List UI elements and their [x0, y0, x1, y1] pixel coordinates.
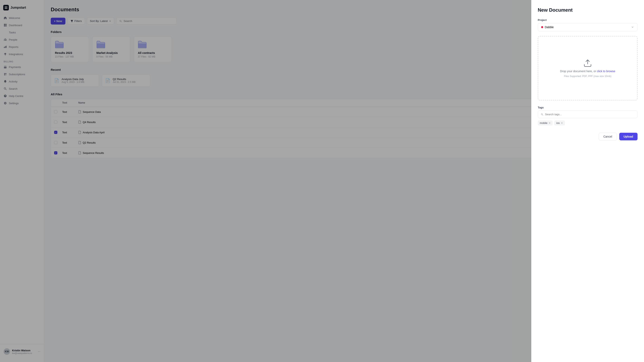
chevron-down-icon [631, 25, 634, 29]
tags-list: mobile ✕ ios ✕ [538, 120, 638, 125]
tag-ios: ios ✕ [554, 120, 565, 125]
search-icon [541, 113, 544, 116]
modal-footer: Cancel Upload [538, 131, 638, 140]
new-document-modal: ✕ New Document Project Dabble Drop your … [531, 0, 644, 362]
project-value: Dabble [545, 25, 554, 29]
browse-link[interactable]: click to browse [597, 70, 616, 73]
project-select[interactable]: Dabble [538, 23, 638, 31]
tags-section: Tags mobile ✕ ios ✕ [538, 106, 638, 125]
project-label: Project [538, 18, 638, 21]
tags-label: Tags [538, 106, 638, 109]
upload-icon [583, 59, 592, 67]
tag-remove-button[interactable]: ✕ [561, 122, 563, 124]
modal-overlay: ✕ New Document Project Dabble Drop your … [0, 0, 644, 362]
project-color-dot [541, 26, 543, 28]
drop-subtext: Files Supported: PDF, PPF (max size 10mb… [564, 75, 611, 78]
drop-zone[interactable]: Drop your document here, or click to bro… [538, 36, 638, 100]
modal-title: New Document [538, 7, 638, 13]
tag-remove-button[interactable]: ✕ [548, 122, 550, 124]
tags-search-input[interactable] [545, 113, 634, 116]
tag-mobile: mobile ✕ [538, 120, 553, 125]
drop-text: Drop your document here, or click to bro… [560, 70, 616, 73]
cancel-button[interactable]: Cancel [599, 133, 617, 140]
tag-label: ios [556, 121, 560, 124]
upload-button[interactable]: Upload [619, 133, 638, 140]
tag-label: mobile [540, 121, 548, 124]
tags-search[interactable] [538, 111, 638, 118]
